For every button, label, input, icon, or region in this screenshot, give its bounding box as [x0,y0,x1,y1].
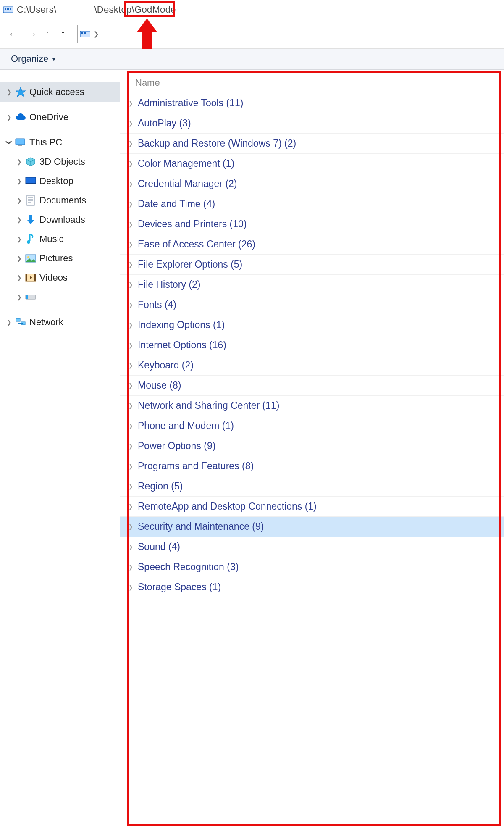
file-group-label: Phone and Modem (1) [138,420,234,431]
file-group-row[interactable]: ❯File Explorer Options (5) [120,255,504,275]
file-group-label: Region (5) [138,481,183,492]
chevron-right-icon: ❯ [129,544,136,550]
chevron-right-icon: ❯ [4,319,14,326]
chevron-right-icon: ❯ [129,564,136,570]
chevron-right-icon: ❯ [129,362,136,368]
svg-point-25 [27,256,29,258]
svg-point-23 [27,240,30,244]
network-icon [14,317,27,328]
file-group-row[interactable]: ❯Devices and Printers (10) [120,214,504,234]
control-panel-icon [80,30,90,38]
file-group-row[interactable]: ❯Indexing Options (1) [120,315,504,335]
svg-rect-3 [10,8,11,10]
chevron-right-icon: ❯ [129,261,136,268]
file-group-label: Power Options (9) [138,440,215,452]
file-group-label: Administrative Tools (11) [138,97,243,109]
chevron-right-icon: ❯ [129,483,136,489]
file-group-label: Fonts (4) [138,299,176,310]
file-group-row[interactable]: ❯Storage Spaces (1) [120,577,504,597]
file-group-row[interactable]: ❯Security and Maintenance (9) [120,517,504,537]
chevron-down-icon: ❯ [6,137,13,147]
file-group-row[interactable]: ❯Keyboard (2) [120,355,504,376]
chevron-right-icon: ❯ [129,241,136,247]
file-group-label: Internet Options (16) [138,339,226,351]
organize-menu-button[interactable]: Organize ▼ [11,53,57,64]
file-group-label: Mouse (8) [138,380,181,391]
file-group-row[interactable]: ❯Internet Options (16) [120,335,504,355]
pictures-icon [24,253,37,264]
file-group-row[interactable]: ❯Date and Time (4) [120,194,504,214]
svg-rect-8 [16,139,25,145]
svg-rect-4 [80,31,90,37]
file-group-row[interactable]: ❯Credential Manager (2) [120,174,504,194]
navpane-label: Music [39,234,63,245]
navpane-videos[interactable]: ❯ Videos [0,268,120,287]
file-group-row[interactable]: ❯Color Management (1) [120,154,504,174]
navpane-downloads[interactable]: ❯ Downloads [0,210,120,229]
navpane-local-disk[interactable]: ❯ [0,287,120,307]
command-bar: Organize ▼ [0,49,504,70]
file-group-row[interactable]: ❯Network and Sharing Center (11) [120,396,504,416]
address-bar[interactable]: ❯ [77,25,504,43]
navpane-quick-access[interactable]: ❯ Quick access [0,82,120,102]
navpane-label: Downloads [39,214,85,225]
chevron-right-icon: ❯ [129,281,136,288]
file-group-row[interactable]: ❯Administrative Tools (11) [120,93,504,113]
chevron-right-icon: ❯ [94,30,99,38]
chevron-right-icon: ❯ [129,322,136,328]
file-group-label: Storage Spaces (1) [138,581,221,593]
file-group-row[interactable]: ❯File History (2) [120,275,504,295]
caret-down-icon: ▼ [51,55,57,62]
file-group-row[interactable]: ❯Region (5) [120,476,504,497]
videos-icon [24,272,37,283]
navpane-pictures[interactable]: ❯ Pictures [0,249,120,268]
chevron-right-icon: ❯ [129,463,136,469]
svg-rect-5 [81,32,83,34]
file-group-row[interactable]: ❯Power Options (9) [120,436,504,456]
file-group-row[interactable]: ❯Sound (4) [120,537,504,557]
forward-button[interactable]: → [23,25,41,43]
chevron-right-icon: ❯ [129,382,136,389]
file-group-row[interactable]: ❯Speech Recognition (3) [120,557,504,577]
chevron-right-icon: ❯ [14,216,24,223]
navpane-desktop[interactable]: ❯ Desktop [0,171,120,191]
file-group-label: Sound (4) [138,541,180,552]
navpane-documents[interactable]: ❯ Documents [0,191,120,210]
file-group-row[interactable]: ❯Phone and Modem (1) [120,416,504,436]
chevron-right-icon: ❯ [14,255,24,262]
svg-rect-31 [26,295,28,299]
navpane-3d-objects[interactable]: ❯ 3D Objects [0,152,120,171]
back-button[interactable]: ← [4,25,23,43]
up-button[interactable]: ↑ [54,25,72,43]
navpane-music[interactable]: ❯ Music [0,229,120,249]
chevron-right-icon: ❯ [129,100,136,106]
file-group-row[interactable]: ❯Ease of Access Center (26) [120,234,504,255]
file-list-pane: Name ❯Administrative Tools (11)❯AutoPlay… [120,70,504,826]
chevron-right-icon: ❯ [14,274,24,281]
file-group-row[interactable]: ❯Mouse (8) [120,376,504,396]
navpane-this-pc[interactable]: ❯ This PC [0,133,120,152]
star-icon [14,87,27,97]
navpane-network[interactable]: ❯ Network [0,313,120,332]
file-group-label: RemoteApp and Desktop Connections (1) [138,501,317,512]
navpane-label: Videos [39,272,68,283]
file-group-label: Security and Maintenance (9) [138,521,264,532]
navpane-onedrive[interactable]: ❯ OneDrive [0,108,120,127]
file-group-row[interactable]: ❯Programs and Features (8) [120,456,504,476]
file-group-row[interactable]: ❯AutoPlay (3) [120,113,504,134]
chevron-right-icon: ❯ [4,89,14,95]
recent-locations-button[interactable]: ˅ [41,25,54,43]
file-group-row[interactable]: ❯Fonts (4) [120,295,504,315]
file-group-row[interactable]: ❯RemoteApp and Desktop Connections (1) [120,497,504,517]
chevron-right-icon: ❯ [14,294,24,300]
svg-rect-1 [5,8,6,10]
chevron-right-icon: ❯ [14,158,24,165]
navpane-label: OneDrive [29,112,68,123]
file-group-label: Date and Time (4) [138,198,215,210]
file-group-row[interactable]: ❯Backup and Restore (Windows 7) (2) [120,134,504,154]
chevron-right-icon: ❯ [14,236,24,242]
chevron-right-icon: ❯ [14,178,24,184]
chevron-right-icon: ❯ [129,181,136,187]
column-header-name[interactable]: Name [120,73,504,93]
svg-rect-6 [84,32,86,34]
